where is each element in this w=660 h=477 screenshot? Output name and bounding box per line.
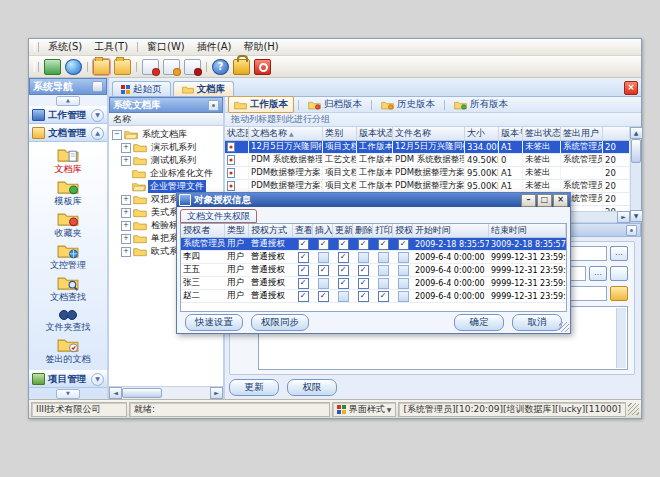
perm-sync-button[interactable]: 权限同步 [251, 314, 309, 331]
perm-row-1[interactable]: 李四用户普通授权✓✓2009-6-4 0:00:009999-12-31 23:… [181, 251, 566, 264]
message-send-icon[interactable] [142, 59, 159, 75]
browse-button-1[interactable]: … [610, 246, 628, 261]
checkbox-checked[interactable]: ✓ [298, 265, 309, 276]
expand-icon[interactable]: + [121, 247, 131, 257]
update-button[interactable]: 更新 [229, 379, 279, 396]
perm-column-header-10[interactable]: 结束时间 [489, 224, 566, 237]
expand-down-button[interactable]: ▼ [56, 389, 80, 399]
sidebar-section-1[interactable]: 文档管理▲ [29, 124, 107, 142]
message-delete-icon[interactable] [184, 59, 201, 75]
file-column-header-3[interactable]: 版本状态 [357, 127, 393, 140]
toolbar-grip[interactable] [34, 62, 39, 72]
scroll-up-icon[interactable]: ▲ [630, 127, 643, 139]
file-column-header-0[interactable]: 状态图 [225, 127, 249, 140]
menubar-grip[interactable] [34, 42, 39, 52]
sidebar-header-icon[interactable] [92, 81, 103, 92]
quick-setting-button[interactable]: 快速设置 [185, 314, 243, 331]
perm-column-header-5[interactable]: 更新 [333, 224, 353, 237]
screen-sync-icon[interactable] [44, 59, 61, 75]
scroll-thumb[interactable] [122, 388, 162, 398]
menu-item-4[interactable]: 帮助(H) [237, 39, 284, 55]
checkbox-unchecked[interactable] [398, 291, 409, 302]
checkbox-checked[interactable]: ✓ [358, 278, 369, 289]
checkbox-checked[interactable]: ✓ [298, 252, 309, 263]
file-column-header-1[interactable]: 文档名称▲ [249, 127, 323, 140]
perm-column-header-2[interactable]: 授权方式 [249, 224, 293, 237]
file-column-header-2[interactable]: 类别 [323, 127, 357, 140]
checkbox-checked[interactable]: ✓ [318, 291, 329, 302]
globe-icon[interactable] [65, 59, 82, 75]
file-column-header-4[interactable]: 文件名称 [393, 127, 465, 140]
scroll-right-icon[interactable]: ► [617, 211, 630, 223]
scroll-right-icon[interactable]: ► [210, 387, 223, 399]
menu-item-0[interactable]: 系统(S) [42, 39, 88, 55]
dialog-tab-folder-permissions[interactable]: 文档文件夹权限 [180, 209, 257, 223]
minimize-button[interactable]: – [521, 194, 536, 207]
dialog-resize-grip[interactable] [559, 322, 569, 332]
checkbox-unchecked[interactable] [378, 278, 389, 289]
file-column-header-8[interactable]: 签出用户 [561, 127, 603, 140]
sidebar-item-5[interactable]: 文件夹查找 [29, 306, 107, 334]
lock-icon[interactable] [233, 59, 250, 75]
file-column-header-5[interactable]: 大小 [465, 127, 499, 140]
tree-h-scrollbar[interactable]: ◄ ► [109, 386, 223, 399]
checkbox-unchecked[interactable] [398, 278, 409, 289]
section-toggle-icon[interactable]: ▼ [91, 373, 104, 386]
checkbox-checked[interactable]: ✓ [318, 265, 329, 276]
tree-node-3[interactable]: 企业标准化文件 [109, 167, 223, 180]
checkbox-unchecked[interactable] [398, 265, 409, 276]
sidebar-item-6[interactable]: 签出的文档 [29, 336, 107, 366]
version-tab-2[interactable]: 历史版本 [376, 97, 440, 112]
checkbox-checked[interactable]: ✓ [318, 239, 329, 250]
sidebar-item-4[interactable]: 文档查找 [29, 274, 107, 304]
pin-icon[interactable] [208, 100, 219, 111]
checkbox-unchecked[interactable] [358, 252, 369, 263]
section-toggle-icon[interactable]: ▼ [91, 109, 104, 122]
permission-button[interactable]: 权限 [287, 379, 337, 396]
scroll-thumb[interactable] [631, 139, 641, 163]
expand-icon[interactable]: + [121, 195, 131, 205]
perm-row-3[interactable]: 张三用户普通授权✓✓✓2009-6-4 0:00:009999-12-31 23… [181, 277, 566, 290]
tree-node-2[interactable]: +测试机系列 [109, 154, 223, 167]
tree-column-header[interactable]: 名称 [109, 113, 223, 126]
file-column-header-9[interactable] [603, 127, 630, 140]
details-pin-icon[interactable] [626, 225, 637, 236]
help-icon[interactable]: ? [212, 59, 229, 75]
checkbox-checked[interactable]: ✓ [358, 265, 369, 276]
close-tab-button[interactable]: × [624, 81, 638, 95]
checkbox-unchecked[interactable] [398, 252, 409, 263]
file-column-header-7[interactable]: 签出状态 [523, 127, 561, 140]
style-selector[interactable]: 界面样式 ▼ [332, 402, 397, 417]
message-open-icon[interactable] [163, 59, 180, 75]
perm-column-header-4[interactable]: 插入 [313, 224, 333, 237]
checkbox-checked[interactable]: ✓ [338, 252, 349, 263]
menu-item-2[interactable]: 窗口(W) [141, 39, 191, 55]
collapse-icon[interactable]: − [112, 130, 122, 140]
perm-column-header-9[interactable]: 开始时间 [413, 224, 489, 237]
expand-icon[interactable]: + [121, 143, 131, 153]
ok-button[interactable]: 确定 [454, 314, 504, 331]
cancel-button[interactable]: 取消 [512, 314, 562, 331]
window-resize-grip[interactable] [628, 403, 639, 415]
maximize-button[interactable]: □ [537, 194, 552, 207]
perm-column-header-8[interactable]: 授权 [393, 224, 413, 237]
menu-item-3[interactable]: 插件(A) [191, 39, 238, 55]
perm-row-4[interactable]: 赵二用户普通授权✓✓✓✓2009-6-4 0:00:009999-12-31 2… [181, 290, 566, 303]
version-tab-0[interactable]: 工作版本 [228, 96, 294, 113]
version-tab-1[interactable]: 归档版本 [303, 97, 367, 112]
sidebar-item-2[interactable]: 收藏夹 [29, 210, 107, 240]
library-icon[interactable] [114, 59, 131, 75]
sidebar-item-0[interactable]: 文档库 [29, 146, 107, 176]
collapse-up-button[interactable]: ▲ [56, 96, 80, 106]
close-button[interactable]: × [553, 194, 568, 207]
perm-row-2[interactable]: 王五用户普通授权✓✓✓✓2009-6-4 0:00:009999-12-31 2… [181, 264, 566, 277]
checkbox-checked[interactable]: ✓ [378, 239, 389, 250]
dialog-titlebar[interactable]: 对象授权信息 – □ × [177, 193, 570, 207]
checkbox-checked[interactable]: ✓ [298, 278, 309, 289]
sidebar-section-2[interactable]: 项目管理▼ [29, 370, 107, 388]
checkbox-checked[interactable]: ✓ [298, 291, 309, 302]
checkbox-checked[interactable]: ✓ [338, 239, 349, 250]
perm-column-header-1[interactable]: 类型 [225, 224, 249, 237]
scroll-down-icon[interactable]: ▼ [630, 210, 643, 222]
sidebar-item-1[interactable]: 模板库 [29, 178, 107, 208]
